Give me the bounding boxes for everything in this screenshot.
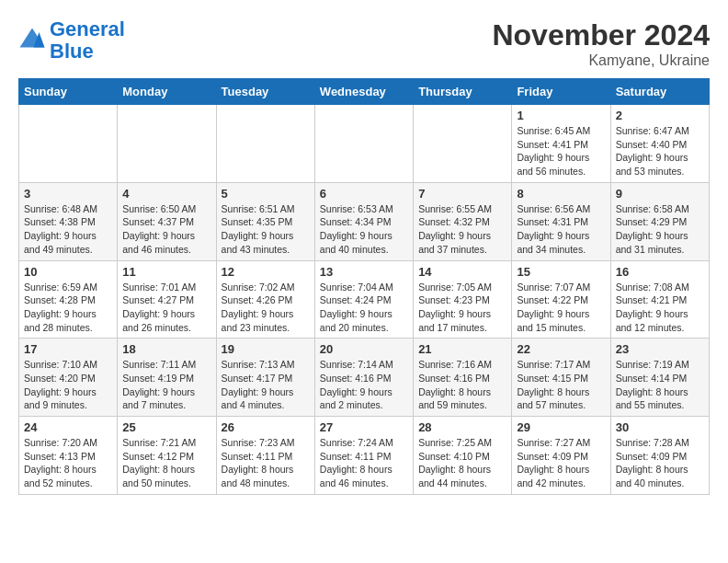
day-number: 2 (616, 109, 704, 122)
day-info: Sunrise: 6:48 AMSunset: 4:38 PMDaylight:… (24, 202, 112, 257)
day-number: 25 (122, 420, 210, 434)
calendar-cell (216, 105, 314, 183)
calendar-cell: 25Sunrise: 7:21 AMSunset: 4:12 PMDayligh… (118, 417, 216, 495)
calendar-cell: 5Sunrise: 6:51 AMSunset: 4:35 PMDaylight… (216, 182, 314, 260)
calendar-cell (314, 105, 413, 183)
calendar-cell: 19Sunrise: 7:13 AMSunset: 4:17 PMDayligh… (216, 339, 314, 417)
day-number: 20 (320, 342, 408, 356)
day-number: 18 (122, 342, 210, 356)
calendar-cell: 4Sunrise: 6:50 AMSunset: 4:37 PMDaylight… (118, 182, 216, 260)
day-number: 14 (418, 265, 506, 279)
day-info: Sunrise: 7:13 AMSunset: 4:17 PMDaylight:… (222, 358, 310, 412)
calendar-cell (118, 105, 216, 183)
location: Kamyane, Ukraine (492, 52, 710, 69)
weekday-header-monday: Monday (118, 79, 216, 105)
weekday-header-friday: Friday (512, 79, 610, 105)
calendar-cell: 12Sunrise: 7:02 AMSunset: 4:26 PMDayligh… (216, 260, 314, 339)
calendar-cell: 29Sunrise: 7:27 AMSunset: 4:09 PMDayligh… (512, 417, 610, 495)
day-info: Sunrise: 7:25 AMSunset: 4:10 PMDaylight:… (418, 436, 506, 490)
weekday-header-row: SundayMondayTuesdayWednesdayThursdayFrid… (19, 79, 710, 105)
calendar-cell: 23Sunrise: 7:19 AMSunset: 4:14 PMDayligh… (610, 339, 709, 417)
day-info: Sunrise: 7:14 AMSunset: 4:16 PMDaylight:… (320, 358, 408, 412)
day-number: 29 (517, 420, 605, 434)
day-info: Sunrise: 7:24 AMSunset: 4:11 PMDaylight:… (320, 436, 408, 490)
day-info: Sunrise: 6:55 AMSunset: 4:32 PMDaylight:… (418, 202, 506, 257)
day-number: 10 (24, 265, 112, 279)
weekday-header-thursday: Thursday (414, 79, 512, 105)
calendar-cell: 16Sunrise: 7:08 AMSunset: 4:21 PMDayligh… (610, 260, 709, 339)
calendar-cell: 9Sunrise: 6:58 AMSunset: 4:29 PMDaylight… (610, 182, 709, 260)
day-info: Sunrise: 7:17 AMSunset: 4:15 PMDaylight:… (517, 358, 605, 412)
calendar-cell: 30Sunrise: 7:28 AMSunset: 4:09 PMDayligh… (610, 417, 709, 495)
calendar-cell: 3Sunrise: 6:48 AMSunset: 4:38 PMDaylight… (19, 182, 118, 260)
day-info: Sunrise: 6:47 AMSunset: 4:40 PMDaylight:… (616, 124, 704, 178)
day-number: 23 (616, 342, 704, 356)
day-number: 30 (616, 420, 704, 434)
day-info: Sunrise: 7:20 AMSunset: 4:13 PMDaylight:… (24, 436, 112, 490)
day-number: 17 (24, 342, 112, 356)
logo: General Blue (18, 18, 125, 63)
day-number: 4 (122, 187, 210, 201)
calendar-cell: 10Sunrise: 6:59 AMSunset: 4:28 PMDayligh… (19, 260, 118, 339)
weekday-header-wednesday: Wednesday (314, 79, 413, 105)
day-number: 7 (418, 187, 506, 201)
calendar-cell: 17Sunrise: 7:10 AMSunset: 4:20 PMDayligh… (19, 339, 118, 417)
day-info: Sunrise: 7:16 AMSunset: 4:16 PMDaylight:… (418, 358, 506, 412)
weekday-header-saturday: Saturday (610, 79, 709, 105)
day-info: Sunrise: 7:02 AMSunset: 4:26 PMDaylight:… (222, 281, 310, 335)
logo-line2: Blue (50, 40, 94, 63)
calendar-cell: 20Sunrise: 7:14 AMSunset: 4:16 PMDayligh… (314, 339, 413, 417)
calendar-cell: 11Sunrise: 7:01 AMSunset: 4:27 PMDayligh… (118, 260, 216, 339)
logo-line1: General (50, 17, 125, 40)
calendar-week-4: 17Sunrise: 7:10 AMSunset: 4:20 PMDayligh… (19, 339, 710, 417)
calendar-cell: 21Sunrise: 7:16 AMSunset: 4:16 PMDayligh… (414, 339, 512, 417)
calendar-week-3: 10Sunrise: 6:59 AMSunset: 4:28 PMDayligh… (19, 260, 710, 339)
calendar-week-2: 3Sunrise: 6:48 AMSunset: 4:38 PMDaylight… (19, 182, 710, 260)
day-info: Sunrise: 7:27 AMSunset: 4:09 PMDaylight:… (517, 436, 605, 490)
day-number: 22 (517, 342, 605, 356)
day-number: 24 (24, 420, 112, 434)
day-number: 21 (418, 342, 506, 356)
day-info: Sunrise: 6:45 AMSunset: 4:41 PMDaylight:… (517, 124, 605, 178)
calendar-cell: 7Sunrise: 6:55 AMSunset: 4:32 PMDaylight… (414, 182, 512, 260)
page-header: General Blue November 2024 Kamyane, Ukra… (18, 18, 710, 69)
day-number: 6 (320, 187, 408, 201)
calendar-cell: 22Sunrise: 7:17 AMSunset: 4:15 PMDayligh… (512, 339, 610, 417)
calendar-cell (19, 105, 118, 183)
calendar-cell: 26Sunrise: 7:23 AMSunset: 4:11 PMDayligh… (216, 417, 314, 495)
calendar-table: SundayMondayTuesdayWednesdayThursdayFrid… (18, 78, 710, 495)
calendar-cell: 24Sunrise: 7:20 AMSunset: 4:13 PMDayligh… (19, 417, 118, 495)
day-number: 28 (418, 420, 506, 434)
calendar-cell: 6Sunrise: 6:53 AMSunset: 4:34 PMDaylight… (314, 182, 413, 260)
calendar-cell: 18Sunrise: 7:11 AMSunset: 4:19 PMDayligh… (118, 339, 216, 417)
day-info: Sunrise: 6:58 AMSunset: 4:29 PMDaylight:… (616, 202, 704, 257)
calendar-cell: 14Sunrise: 7:05 AMSunset: 4:23 PMDayligh… (414, 260, 512, 339)
day-info: Sunrise: 7:21 AMSunset: 4:12 PMDaylight:… (122, 436, 210, 490)
day-info: Sunrise: 7:19 AMSunset: 4:14 PMDaylight:… (616, 358, 704, 412)
day-info: Sunrise: 6:56 AMSunset: 4:31 PMDaylight:… (517, 202, 605, 257)
day-number: 12 (222, 265, 310, 279)
day-info: Sunrise: 7:11 AMSunset: 4:19 PMDaylight:… (122, 358, 210, 412)
weekday-header-tuesday: Tuesday (216, 79, 314, 105)
day-number: 13 (320, 265, 408, 279)
calendar-cell: 27Sunrise: 7:24 AMSunset: 4:11 PMDayligh… (314, 417, 413, 495)
day-number: 8 (517, 187, 605, 201)
day-info: Sunrise: 7:23 AMSunset: 4:11 PMDaylight:… (222, 436, 310, 490)
calendar-week-5: 24Sunrise: 7:20 AMSunset: 4:13 PMDayligh… (19, 417, 710, 495)
day-number: 9 (616, 187, 704, 201)
day-info: Sunrise: 6:51 AMSunset: 4:35 PMDaylight:… (222, 202, 310, 257)
day-number: 19 (222, 342, 310, 356)
day-number: 26 (222, 420, 310, 434)
weekday-header-sunday: Sunday (19, 79, 118, 105)
calendar-cell: 13Sunrise: 7:04 AMSunset: 4:24 PMDayligh… (314, 260, 413, 339)
day-info: Sunrise: 7:08 AMSunset: 4:21 PMDaylight:… (616, 281, 704, 335)
day-info: Sunrise: 6:50 AMSunset: 4:37 PMDaylight:… (122, 202, 210, 257)
title-block: November 2024 Kamyane, Ukraine (492, 18, 710, 69)
day-number: 16 (616, 265, 704, 279)
calendar-cell: 2Sunrise: 6:47 AMSunset: 4:40 PMDaylight… (610, 105, 709, 183)
calendar-cell (414, 105, 512, 183)
day-info: Sunrise: 7:01 AMSunset: 4:27 PMDaylight:… (122, 281, 210, 335)
day-info: Sunrise: 7:28 AMSunset: 4:09 PMDaylight:… (616, 436, 704, 490)
day-info: Sunrise: 6:59 AMSunset: 4:28 PMDaylight:… (24, 281, 112, 335)
month-title: November 2024 (492, 18, 710, 52)
